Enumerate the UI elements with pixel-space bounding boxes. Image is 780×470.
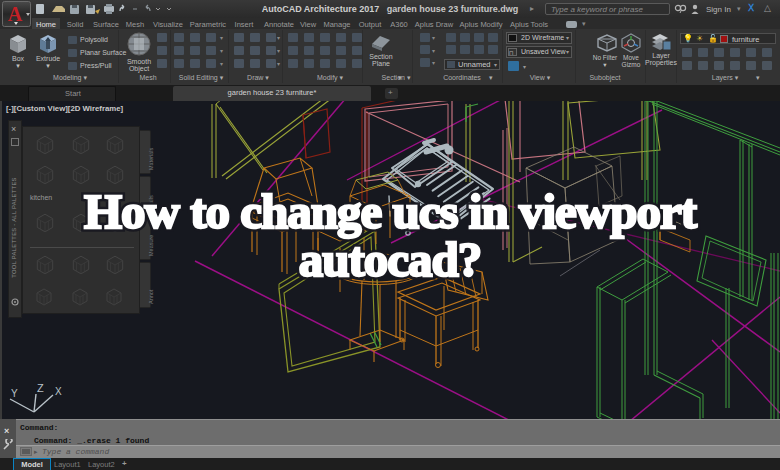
svg-text:X: X	[55, 386, 62, 397]
svg-text:Y: Y	[11, 388, 18, 399]
svg-text:[-][Custom View][2D Wireframe]: [-][Custom View][2D Wireframe]	[6, 104, 124, 113]
svg-text:Z: Z	[37, 382, 44, 394]
